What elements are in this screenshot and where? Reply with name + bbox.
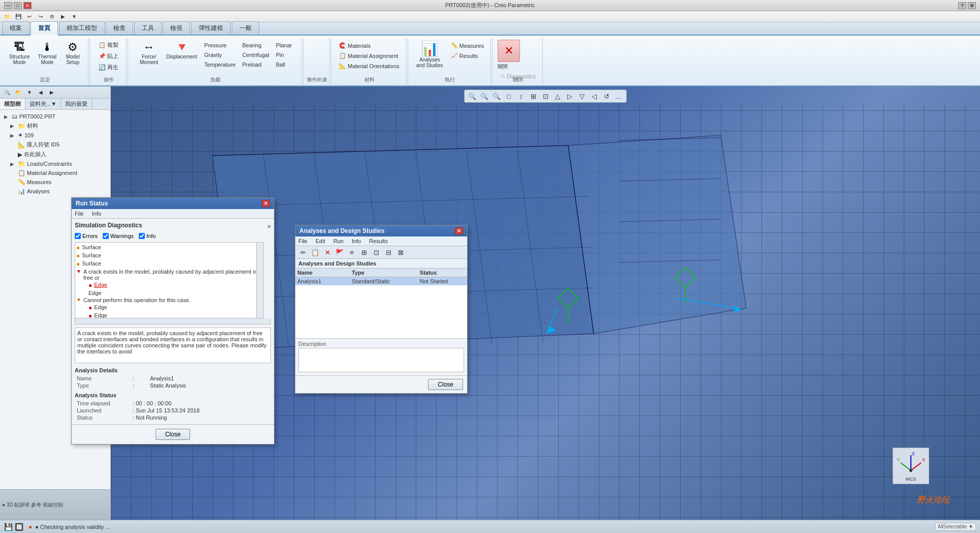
atb-delete-btn[interactable]: ✕	[322, 247, 333, 257]
panel-tab-model-tree[interactable]: 模型樹	[0, 99, 25, 109]
analyses-menu-results[interactable]: Results	[367, 238, 390, 245]
vp-left-btn[interactable]: ◁	[589, 91, 600, 101]
analyses-menu-edit[interactable]: Edit	[314, 238, 327, 245]
regenerate-btn[interactable]: 🔄 再生	[96, 62, 121, 73]
vp-zoom-out-btn[interactable]: 🔍	[479, 91, 490, 101]
vp-top-btn[interactable]: △	[552, 91, 563, 101]
vp-right-btn[interactable]: ▷	[564, 91, 575, 101]
displacement-btn[interactable]: 🔻 Displacement	[163, 40, 200, 62]
tab-home[interactable]: 首頁	[30, 21, 58, 36]
panel-tab-favorites[interactable]: 我的最愛	[61, 99, 92, 109]
tab-view[interactable]: 檢視	[163, 21, 190, 35]
panel-forward-btn[interactable]: ▶	[47, 88, 57, 97]
status-view-icon[interactable]: 🔲	[15, 523, 23, 531]
panel-folder-btn[interactable]: 📂	[13, 88, 23, 97]
tree-item-loads[interactable]: ▶ 📁 Loads/Constraints	[2, 159, 108, 168]
quick-open-btn[interactable]: 📁	[2, 12, 12, 21]
analysis1-row[interactable]: Analysis1 Standard/Static Not Started	[295, 277, 467, 285]
diag-scroll-horizontal[interactable]	[75, 318, 271, 324]
panel-search-btn[interactable]: 🔍	[2, 88, 12, 97]
copy-btn[interactable]: 📋 複製	[96, 40, 121, 50]
expand-diag-btn[interactable]: »	[267, 223, 271, 230]
quick-dropdown-btn[interactable]: ▼	[69, 12, 79, 21]
planar-btn[interactable]: Planar	[273, 41, 295, 50]
analyses-menu-file[interactable]: File	[296, 238, 310, 245]
tree-item-analyses[interactable]: 📊 Analyses	[2, 187, 108, 196]
results-btn[interactable]: 📈 Results	[448, 51, 486, 61]
vp-window-btn[interactable]: □	[503, 91, 514, 101]
pin-btn[interactable]: Pin	[273, 50, 295, 60]
help-btn[interactable]: ?	[958, 2, 966, 9]
tab-file[interactable]: 檔案	[2, 21, 29, 35]
temperature-btn[interactable]: Temperature	[202, 60, 238, 69]
tree-item-insert[interactable]: ▶ 在此插入	[2, 150, 108, 159]
vp-rotate-btn[interactable]: ↺	[601, 91, 612, 101]
quick-run-btn[interactable]: ▶	[58, 12, 68, 21]
quick-redo-btn[interactable]: ↪	[36, 12, 46, 21]
atb-run-btn[interactable]: 🚩	[334, 247, 345, 257]
bearing-btn[interactable]: Bearing	[239, 41, 271, 50]
tab-machining[interactable]: 精加工模型	[59, 21, 105, 35]
vp-pan-btn[interactable]: ↕	[515, 91, 527, 101]
close-btn[interactable]: ✕	[23, 2, 32, 9]
structure-mode-btn[interactable]: 🏗 StructureMode	[6, 40, 33, 67]
warnings-checkbox[interactable]	[103, 233, 109, 239]
force-moment-btn[interactable]: ↔ Force/Moment	[136, 40, 162, 67]
warnings-checkbox-label[interactable]: Warnings	[103, 233, 134, 239]
vp-zoom-fit-btn[interactable]: 🔍	[467, 91, 478, 101]
vp-zoom-in-btn[interactable]: 🔍	[491, 91, 502, 101]
errors-checkbox-label[interactable]: Errors	[75, 233, 98, 239]
analyses-close-button[interactable]: Close	[428, 379, 463, 390]
run-status-close-btn[interactable]: ✕	[262, 200, 270, 207]
all-selectable-btn[interactable]: AllSelectable ▼	[935, 523, 976, 530]
settings-top-btn[interactable]: ⚙	[968, 2, 976, 9]
maximize-btn[interactable]: □	[14, 2, 22, 9]
atb-view4-btn[interactable]: ⊠	[395, 247, 406, 257]
centrifugal-btn[interactable]: Centrifugal	[239, 50, 271, 60]
material-orientations-btn[interactable]: 📐 Material Orientations	[336, 61, 402, 71]
quick-undo-btn[interactable]: ↩	[24, 12, 35, 21]
model-setup-btn[interactable]: ⚙ ModelSetup	[62, 40, 84, 67]
run-status-close-button[interactable]: Close	[156, 429, 191, 440]
close-red-btn[interactable]: ✕	[498, 40, 520, 62]
materials-btn[interactable]: 🧲 Materials	[336, 41, 402, 50]
tree-item-material[interactable]: ▶ 📁 材料	[2, 121, 108, 131]
paste-btn[interactable]: 📌 貼上	[96, 51, 121, 62]
tree-item-prt[interactable]: ▶ 🗂 PRT0002.PRT	[2, 112, 108, 121]
atb-edit-btn[interactable]: ✏	[297, 247, 309, 257]
diag-edge-link[interactable]: Edge	[94, 282, 107, 288]
info-checkbox[interactable]	[139, 233, 145, 239]
analyses-desc-input[interactable]	[298, 348, 464, 372]
atb-view3-btn[interactable]: ⊟	[383, 247, 394, 257]
panel-back-btn[interactable]: ◀	[36, 88, 46, 97]
pressure-btn[interactable]: Pressure	[202, 41, 238, 50]
atb-list-btn[interactable]: ≡	[346, 247, 357, 257]
analyses-menu-run[interactable]: Run	[331, 238, 346, 245]
material-assignment-btn[interactable]: 📋 Material Assignment	[336, 51, 402, 61]
errors-checkbox[interactable]	[75, 233, 81, 239]
tree-item-matassign[interactable]: 📋 Material Assignment	[2, 168, 108, 177]
tab-tools[interactable]: 工具	[134, 21, 162, 35]
gravity-btn[interactable]: Gravity	[202, 50, 238, 60]
atb-copy-btn[interactable]: 📋	[310, 247, 321, 257]
analyses-close-btn[interactable]: ✕	[455, 227, 463, 234]
tab-general[interactable]: 一般	[232, 21, 259, 35]
analyses-studies-btn[interactable]: 📊 Analysesand Studies	[413, 40, 446, 70]
tab-flexible[interactable]: 彈性建模	[191, 21, 231, 35]
diag-edge-red[interactable]: ● Edge	[76, 281, 262, 289]
panel-dropdown-btn[interactable]: ▼	[24, 88, 35, 97]
quick-settings-btn[interactable]: ⚙	[47, 12, 57, 21]
atb-view1-btn[interactable]: ⊞	[358, 247, 370, 257]
tab-inspect[interactable]: 檢查	[106, 21, 133, 35]
ball-btn[interactable]: Ball	[273, 60, 295, 69]
run-status-menu-file[interactable]: File	[73, 210, 86, 217]
analyses-menu-info[interactable]: Info	[350, 238, 363, 245]
measures-btn[interactable]: 📏 Measures	[448, 41, 486, 50]
vp-grid-btn[interactable]: ⊞	[528, 91, 539, 101]
tree-item-109[interactable]: ▶ ✦ 109	[2, 131, 108, 140]
vp-bottom-btn[interactable]: ▽	[576, 91, 588, 101]
info-checkbox-label[interactable]: Info	[139, 233, 156, 239]
vp-view1-btn[interactable]: ⊡	[540, 91, 551, 101]
diag-list-scrollbar[interactable]	[256, 243, 263, 318]
vp-more-btn[interactable]: …	[613, 91, 624, 101]
